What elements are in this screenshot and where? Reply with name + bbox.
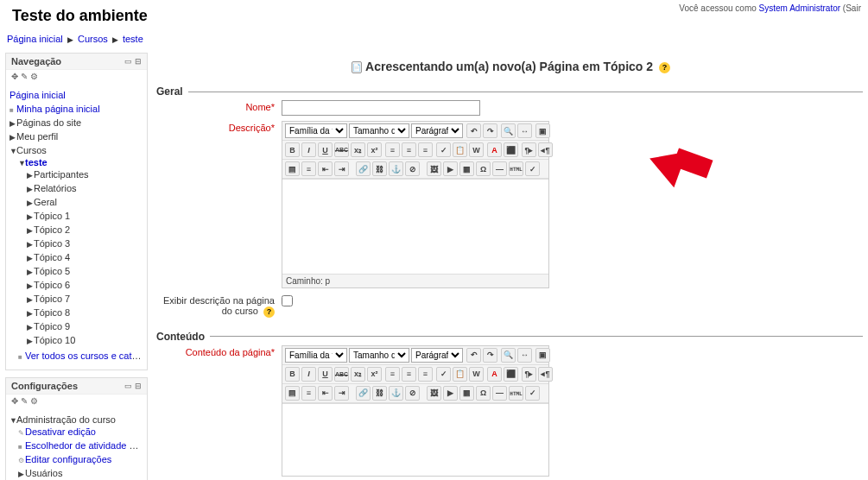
caret-right-icon[interactable]: ▶ [18, 470, 25, 478]
nav-reports[interactable]: Relatórios [34, 183, 77, 193]
pagecontent-editor-body[interactable] [282, 403, 548, 476]
nav-topic[interactable]: Tópico 9 [34, 321, 70, 332]
replace-button[interactable]: ↔ [517, 348, 532, 363]
caret-right-icon[interactable]: ▶ [27, 337, 34, 345]
nav-home[interactable]: Página inicial [10, 90, 66, 100]
italic-button[interactable]: I [301, 367, 316, 382]
nav-courses[interactable]: Cursos [16, 145, 47, 155]
align-right-button[interactable]: ≡ [418, 142, 433, 157]
undo-button[interactable]: ↶ [466, 123, 481, 138]
table-button[interactable]: ▦ [459, 386, 474, 401]
anchor-button[interactable]: ⚓ [389, 161, 403, 176]
subscript-button[interactable]: x₂ [351, 367, 365, 382]
align-left-button[interactable]: ≡ [385, 367, 400, 382]
caret-right-icon[interactable]: ▶ [27, 254, 34, 262]
number-list-button[interactable]: ≡ [301, 386, 316, 401]
bold-button[interactable]: B [285, 367, 300, 382]
font-size-select[interactable]: Tamanho da fo [349, 348, 409, 363]
rtl-button[interactable]: ◂¶ [538, 142, 553, 157]
block-dock-controls[interactable]: ▭ ⊟ [124, 57, 142, 66]
underline-button[interactable]: U [318, 367, 333, 382]
fullscreen-button[interactable]: ▣ [535, 123, 550, 138]
italic-button[interactable]: I [301, 142, 316, 157]
bold-button[interactable]: B [285, 142, 300, 157]
table-button[interactable]: ▦ [459, 161, 474, 176]
help-icon[interactable]: ? [659, 62, 670, 73]
nav-topic[interactable]: Tópico 1 [34, 211, 70, 221]
nav-topic[interactable]: Tópico 7 [34, 294, 70, 304]
caret-right-icon[interactable]: ▶ [27, 309, 34, 318]
bullet-list-button[interactable]: ▤ [285, 386, 300, 401]
caret-right-icon[interactable]: ▶ [27, 171, 34, 180]
caret-right-icon[interactable]: ▶ [27, 323, 34, 332]
caret-right-icon[interactable]: ▶ [27, 295, 34, 304]
font-format-select[interactable]: Parágrafo [411, 348, 463, 363]
paste-word-button[interactable]: W [469, 142, 484, 157]
caret-down-icon[interactable]: ▼ [10, 147, 16, 155]
block-dock-controls[interactable]: ▭ ⊟ [124, 382, 142, 390]
align-right-button[interactable]: ≡ [418, 367, 433, 382]
caret-right-icon[interactable]: ▶ [27, 226, 34, 235]
caret-right-icon[interactable]: ▶ [27, 185, 34, 193]
showdesc-checkbox[interactable] [282, 295, 293, 306]
nav-topic[interactable]: Tópico 8 [34, 307, 70, 318]
caret-right-icon[interactable]: ▶ [27, 212, 34, 221]
settings-editsettings[interactable]: Editar configurações [25, 454, 111, 464]
html-button[interactable]: HTML [509, 386, 523, 401]
hr-button[interactable]: — [492, 386, 507, 401]
nav-allcourses[interactable]: Ver todos os cursos e categorias [25, 351, 143, 361]
outdent-button[interactable]: ⇤ [318, 386, 333, 401]
cleanup-button[interactable]: ✓ [436, 367, 451, 382]
font-family-select[interactable]: Família da font [285, 348, 347, 363]
caret-down-icon[interactable]: ▼ [18, 159, 25, 167]
nav-topic[interactable]: Tópico 6 [34, 280, 70, 290]
align-center-button[interactable]: ≡ [402, 367, 416, 382]
anchor-button[interactable]: ⚓ [389, 386, 403, 401]
breadcrumb-courses[interactable]: Cursos [78, 34, 108, 44]
forecolor-button[interactable]: A [487, 367, 502, 382]
font-family-select[interactable]: Família da font [285, 123, 347, 138]
nav-general[interactable]: Geral [34, 197, 57, 207]
image-button[interactable]: 🖼 [427, 386, 441, 401]
nav-topic[interactable]: Tópico 4 [34, 252, 70, 262]
breadcrumb-home[interactable]: Página inicial [7, 34, 63, 44]
find-button[interactable]: 🔍 [501, 348, 516, 363]
image-button[interactable]: 🖼 [427, 161, 441, 176]
paste-word-button[interactable]: W [469, 367, 484, 382]
block-edit-icons[interactable]: ✥ ✎ ⚙ [6, 70, 147, 85]
underline-button[interactable]: U [318, 142, 333, 157]
redo-button[interactable]: ↷ [483, 348, 497, 363]
superscript-button[interactable]: x² [367, 367, 382, 382]
rtl-button[interactable]: ◂¶ [538, 367, 553, 382]
caret-down-icon[interactable]: ▼ [10, 416, 16, 425]
spellcheck-button[interactable]: ✓ [525, 386, 540, 401]
subscript-button[interactable]: x₂ [351, 142, 365, 157]
charmap-button[interactable]: Ω [476, 386, 491, 401]
nav-topic[interactable]: Tópico 3 [34, 238, 70, 249]
redo-button[interactable]: ↷ [483, 123, 497, 138]
nav-sitepages[interactable]: Páginas do site [16, 117, 81, 128]
superscript-button[interactable]: x² [367, 142, 382, 157]
nav-topic[interactable]: Tópico 2 [34, 224, 70, 235]
charmap-button[interactable]: Ω [476, 161, 491, 176]
settings-users[interactable]: Usuários [25, 468, 62, 478]
link-button[interactable]: 🔗 [356, 386, 371, 401]
bullet-list-button[interactable]: ▤ [285, 161, 300, 176]
description-editor-body[interactable] [282, 179, 548, 274]
media-button[interactable]: ▶ [443, 161, 458, 176]
nav-myhome[interactable]: Minha página inicial [16, 104, 100, 114]
hr-button[interactable]: — [492, 161, 507, 176]
nav-myprofile[interactable]: Meu perfil [16, 131, 58, 142]
nolink-button[interactable]: ⊘ [405, 386, 420, 401]
backcolor-button[interactable]: ⬛ [504, 367, 518, 382]
unlink-button[interactable]: ⛓ [372, 386, 387, 401]
name-input[interactable] [282, 100, 480, 116]
strike-button[interactable]: ABC [334, 142, 349, 157]
strike-button[interactable]: ABC [334, 367, 349, 382]
nolink-button[interactable]: ⊘ [405, 161, 420, 176]
breadcrumb-course[interactable]: teste [123, 34, 143, 44]
help-icon[interactable]: ? [263, 306, 275, 318]
media-button[interactable]: ▶ [443, 386, 458, 401]
ltr-button[interactable]: ¶▸ [522, 142, 536, 157]
caret-right-icon[interactable]: ▶ [27, 199, 34, 207]
